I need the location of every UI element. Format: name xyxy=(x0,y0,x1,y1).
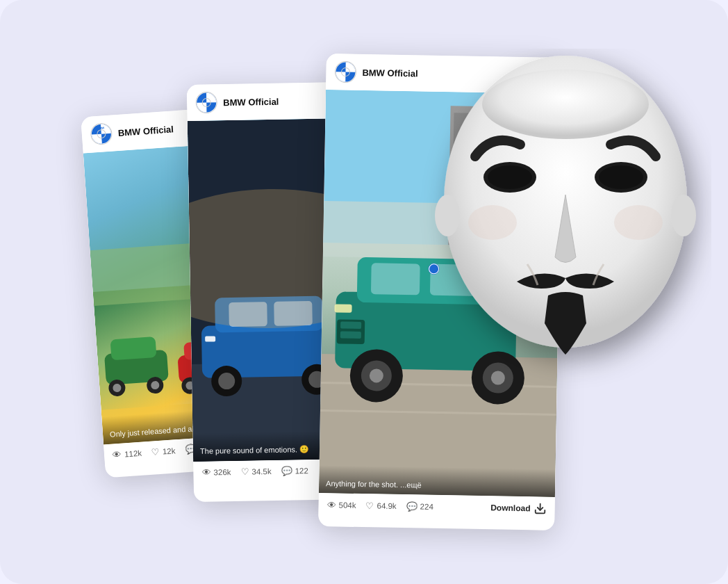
card-3-footer: 👁 504k ♡ 64.9k 💬 224 Download xyxy=(318,493,555,521)
svg-rect-32 xyxy=(205,336,215,341)
svg-point-71 xyxy=(468,205,517,240)
comments-icon-3: 💬 xyxy=(406,501,417,512)
card-3-comments: 💬 224 xyxy=(406,501,433,512)
card-3-views: 👁 504k xyxy=(327,500,356,511)
guy-fawkes-mask xyxy=(420,49,711,396)
likes-icon: ♡ xyxy=(151,446,160,457)
card-3-likes: ♡ 64.9k xyxy=(365,501,396,512)
card-2-likes: ♡ 34.5k xyxy=(240,466,271,477)
likes-icon-2: ♡ xyxy=(240,467,249,477)
mask-svg xyxy=(420,49,711,396)
card-2-views: 👁 326k xyxy=(201,467,231,478)
svg-text:BMW: BMW xyxy=(97,126,105,130)
card-1-username: BMW Official xyxy=(117,124,174,138)
card-2-header: BMW Official xyxy=(187,82,347,121)
bmw-logo-icon-3 xyxy=(334,60,357,83)
svg-point-70 xyxy=(599,165,643,189)
card-2-comments: 💬 122 xyxy=(281,465,308,476)
svg-point-66 xyxy=(482,70,649,139)
bmw-logo-icon: BMW xyxy=(90,122,113,146)
svg-rect-7 xyxy=(110,336,157,360)
views-icon: 👁 xyxy=(113,449,122,460)
svg-rect-54 xyxy=(334,304,351,312)
bmw-logo-icon-2 xyxy=(195,91,218,114)
views-icon-3: 👁 xyxy=(327,500,336,510)
card-3-username: BMW Official xyxy=(362,67,417,78)
card-1-likes: ♡ 12k xyxy=(151,445,176,457)
svg-point-74 xyxy=(671,195,696,236)
card-3-caption: Anything for the shot. ...ещё xyxy=(319,465,556,497)
comments-icon-2: 💬 xyxy=(281,465,292,476)
download-icon xyxy=(533,502,546,514)
svg-rect-53 xyxy=(340,331,361,339)
card-2-username: BMW Official xyxy=(223,96,279,107)
svg-point-73 xyxy=(435,195,460,236)
svg-point-68 xyxy=(488,165,532,189)
views-icon-2: 👁 xyxy=(201,467,210,478)
svg-rect-49 xyxy=(371,263,420,295)
download-button[interactable]: Download xyxy=(490,501,547,514)
likes-icon-3: ♡ xyxy=(365,501,374,511)
card-1-views: 👁 112k xyxy=(113,448,142,460)
svg-point-72 xyxy=(614,205,663,240)
svg-rect-52 xyxy=(340,321,361,329)
